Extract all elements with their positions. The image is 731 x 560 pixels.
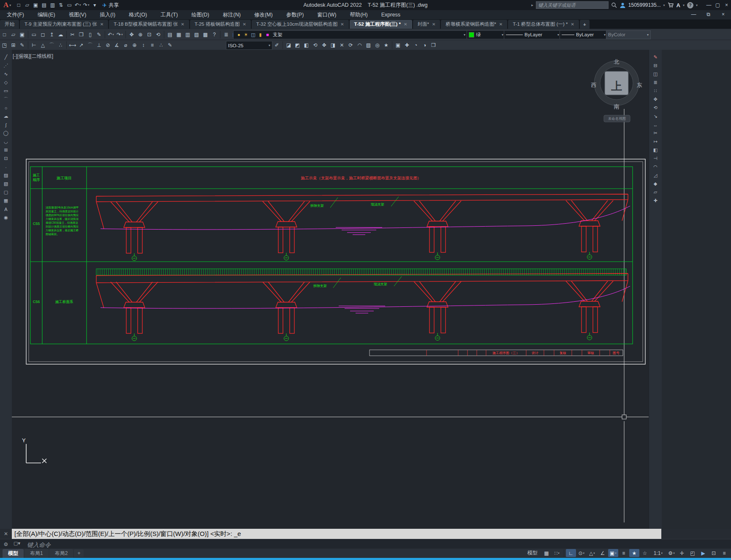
clean-screen-icon[interactable]: ⊡ [709,549,719,557]
dim-continue-icon[interactable]: ≡ [148,41,157,49]
extrude-icon[interactable]: ⟲ [311,41,320,49]
slice-icon[interactable]: ▣ [394,41,402,49]
dim-tolerance-icon[interactable]: ∴ [157,41,166,49]
file-tab[interactable]: T-1 桥型总体布置图 (一) *✕ [508,20,579,29]
3d-orbit-icon[interactable]: ⟳ [346,41,355,49]
color-dropdown[interactable]: 绿 ▾ [467,30,505,39]
layout-tab[interactable]: 模型 [3,549,24,558]
dim-radius-icon[interactable]: ⊘ [103,41,112,49]
close-window-icon[interactable]: × [722,1,731,9]
solid-edit-icon[interactable]: ❒ [429,41,438,49]
save-icon[interactable]: ▣ [31,1,40,9]
dim-aligned-icon[interactable]: ↗ [77,41,86,49]
logo-caret-icon[interactable]: ▾ [9,3,11,7]
annotation-autoscale-icon[interactable]: ☆ [640,549,650,557]
publish-icon[interactable]: ↥ [47,30,56,39]
dropdown-caret-icon[interactable]: ▾ [88,3,90,7]
menu-item[interactable]: 帮助(H) [343,10,374,19]
menu-item[interactable]: 格式(O) [122,10,154,19]
close-tab-icon[interactable]: ✕ [432,22,435,27]
layout-tab[interactable]: 布局2 [49,549,73,558]
3d-delete-icon[interactable]: ✕ [337,41,346,49]
menu-item[interactable]: 修改(M) [247,10,280,19]
file-tab[interactable]: T-32 空心板上10cm现浇层钢筋构造图✕ [252,20,349,29]
doc-restore-icon[interactable]: ⧉ [704,10,713,19]
menu-item[interactable]: 工具(T) [154,10,185,19]
save-to-mobile-icon[interactable]: ⇅ [57,1,65,9]
interfere-icon[interactable]: ◔ [411,41,420,49]
dropdown-caret-icon[interactable]: ▾ [558,552,560,555]
quick-properties-icon[interactable]: ◰ [688,549,698,557]
dim-update-icon[interactable]: ✐ [272,41,281,49]
3d-move-icon[interactable]: ✥ [320,41,329,49]
color-caret-icon[interactable]: ▾ [502,33,503,37]
snap-settings-icon[interactable]: ⊢ [30,41,38,49]
plot-icon[interactable]: ▭ [30,30,38,39]
file-tab[interactable]: T-52 施工程序图(三) *✕ [350,20,412,29]
match-properties-icon[interactable]: ✎ [95,30,103,39]
subtract-icon[interactable]: ◩ [293,41,302,49]
dim-linear-icon[interactable]: ⟷ [68,41,77,49]
share-button[interactable]: ✈ 共享 [102,2,119,9]
loft-icon[interactable]: ▧ [364,41,373,49]
menu-item[interactable]: 绘图(D) [185,10,216,19]
user-caret-icon[interactable]: ▾ [663,3,665,7]
menu-item[interactable]: 窗口(W) [310,10,343,19]
helix-icon[interactable]: ★ [382,41,391,49]
file-tab[interactable]: 开始 [0,20,19,29]
dim-angular-icon[interactable]: ∡ [112,41,121,49]
layer-viewport-freeze-icon[interactable]: ◫ [250,30,257,39]
new-layout-button[interactable]: + [74,549,84,557]
linetype-caret-icon[interactable]: ▾ [557,33,559,37]
help-caret-icon[interactable]: ▾ [696,3,698,7]
save-as-icon[interactable]: ▤ [40,1,48,9]
menu-item[interactable]: 视图(V) [62,10,93,19]
model-paper-toggle[interactable]: 模型 [524,549,541,557]
designcenter-icon[interactable]: ▦ [174,30,183,39]
layer-on-icon[interactable]: ● [235,30,242,39]
app-store-cart-icon[interactable] [668,2,674,8]
search-expand-icon[interactable]: ▸ [531,3,533,7]
close-tab-icon[interactable]: ✕ [571,22,574,27]
ortho-mode-icon[interactable]: ∟ [566,549,576,557]
new-file-icon[interactable]: □ [14,1,23,9]
dropdown-caret-icon[interactable]: ▾ [79,3,81,7]
object-snap-icon[interactable]: ▣▾ [608,549,618,557]
graphics-performance-icon[interactable]: ▶ [698,549,708,557]
layout-tab[interactable]: 布局1 [24,549,49,558]
dropdown-caret-icon[interactable]: ▾ [673,552,675,555]
plot-preview-icon[interactable]: ◻ [38,30,47,39]
grid-display-icon[interactable]: ▦ [541,549,552,557]
close-tab-icon[interactable]: ✕ [242,22,246,27]
shell-icon[interactable]: ◑ [420,41,429,49]
layer-properties-manager-icon[interactable]: ≣ [222,30,231,39]
viewcube[interactable]: 上 北 东 南 西 未命名视图 [591,59,642,122]
save-icon[interactable]: ▣ [18,30,27,39]
lineweight-dropdown[interactable]: ByLayer ▾ [560,30,608,39]
command-close-icon[interactable]: ✕ [0,529,12,539]
linetype-dropdown[interactable]: ByLayer ▾ [504,30,561,39]
snap-mode-icon[interactable]: ∷▾ [552,549,562,557]
dropdown-caret-icon[interactable]: ▾ [121,33,123,36]
polar-settings-icon[interactable]: △ [38,41,47,49]
pan-realtime-icon[interactable]: ✥ [127,30,136,39]
revolve-icon[interactable]: ◎ [373,41,382,49]
file-tab[interactable]: T-18 B型横系梁钢筋布置图 张✕ [109,20,189,29]
block-editor-icon[interactable]: ⊞ [9,41,18,49]
menu-item[interactable]: 插入(I) [93,10,122,19]
dropdown-caret-icon[interactable]: ▾ [112,33,114,36]
menu-item[interactable]: 文件(F) [0,10,31,19]
dim-style-dropdown[interactable]: ISO-25 ▾ [226,41,272,50]
dim-baseline-icon[interactable]: ↕ [139,41,148,49]
qnew-icon[interactable]: □ [0,30,9,39]
dropdown-caret-icon[interactable]: ▾ [593,552,595,555]
layer-freeze-icon[interactable]: ☀ [242,30,250,39]
new-tab-button[interactable]: + [580,20,590,29]
search-input[interactable] [536,1,609,9]
close-tab-icon[interactable]: ✕ [404,22,407,27]
properties-icon[interactable]: ◳ [0,41,9,49]
doc-close-icon[interactable]: × [719,10,728,19]
user-icon[interactable] [620,2,626,8]
dim-diameter-icon[interactable]: ⌀ [121,41,130,49]
doc-minimize-icon[interactable]: — [689,10,698,19]
